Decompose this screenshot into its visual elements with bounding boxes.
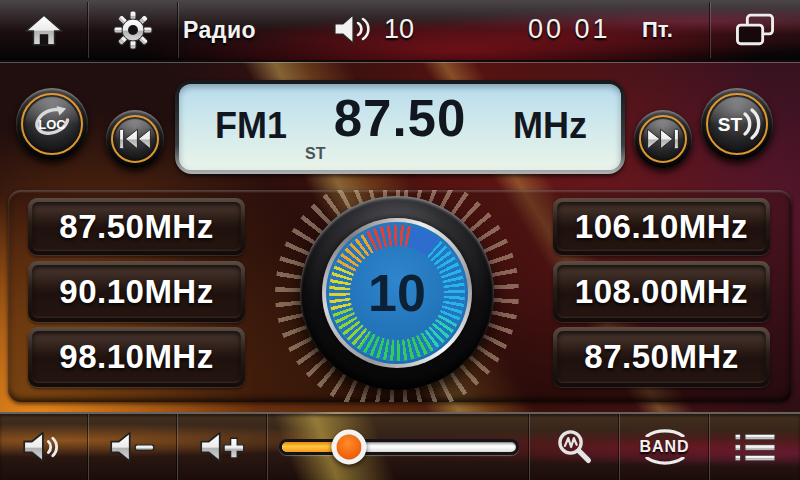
page-title: Радио (183, 17, 256, 44)
window-switch-button[interactable] (710, 0, 800, 60)
menu-button[interactable] (710, 414, 800, 480)
knob-face: 10 (326, 222, 468, 364)
preset-button-3[interactable]: 98.10MHz (28, 327, 245, 387)
top-bar: Радио 10 00 01 Пт. (0, 0, 800, 62)
bottom-bar: BAND (0, 412, 800, 480)
preset-label: 106.10MHz (557, 202, 766, 251)
knob-silver-ring: 10 (322, 218, 472, 368)
preset-label: 90.10MHz (32, 265, 241, 318)
loc-swirl-icon: LOC (26, 98, 78, 150)
radio-screen: Радио 10 00 01 Пт. (0, 0, 800, 480)
home-button[interactable] (0, 0, 88, 60)
preset-button-2[interactable]: 90.10MHz (28, 261, 245, 322)
lcd-face: FM1 87.50 MHz ST (179, 84, 621, 170)
volume-level: 10 (384, 14, 414, 45)
speaker-waves-icon (333, 12, 375, 46)
preset-label: 108.00MHz (557, 265, 766, 318)
volume-slider[interactable] (279, 439, 519, 455)
next-button[interactable] (634, 110, 692, 168)
skip-forward-icon (646, 126, 680, 152)
volume-indicator: 10 (333, 12, 414, 46)
stereo-button-label: ST (718, 114, 743, 135)
preset-label: 87.50MHz (32, 202, 241, 251)
scan-button[interactable] (530, 414, 620, 480)
previous-button[interactable] (106, 110, 164, 168)
stereo-waves-icon: ST (711, 104, 763, 144)
preset-button-4[interactable]: 106.10MHz (553, 198, 770, 255)
stereo-indicator: ST (305, 145, 325, 163)
band-button[interactable]: BAND (620, 414, 710, 480)
preset-label: 87.50MHz (557, 331, 766, 383)
skip-back-icon (118, 126, 152, 152)
divider (178, 2, 179, 58)
speaker-minus-icon (109, 430, 157, 464)
volume-knob[interactable]: 10 (300, 196, 494, 390)
preset-panel: 87.50MHz 90.10MHz 98.10MHz 106.10MHz 108… (8, 190, 792, 402)
loc-label: LOC (38, 117, 66, 132)
magnifier-wave-icon (556, 428, 594, 466)
stereo-button[interactable]: ST (701, 88, 773, 160)
frequency-display: FM1 87.50 MHz ST (175, 80, 625, 174)
speaker-icon (22, 430, 66, 464)
speaker-plus-icon (199, 430, 247, 464)
loc-button[interactable]: LOC (16, 88, 88, 160)
volume-slider-thumb[interactable] (331, 430, 366, 465)
clock: 00 01 (528, 14, 611, 45)
knob-value: 10 (350, 246, 444, 340)
volume-slider-cell (268, 414, 530, 480)
frequency-unit: MHz (513, 105, 587, 147)
mute-button[interactable] (0, 414, 89, 480)
preset-label: 98.10MHz (32, 331, 241, 383)
preset-button-5[interactable]: 108.00MHz (553, 261, 770, 322)
preset-button-1[interactable]: 87.50MHz (28, 198, 245, 255)
settings-button[interactable] (88, 0, 178, 60)
preset-button-6[interactable]: 87.50MHz (553, 327, 770, 387)
day-label: Пт. (642, 17, 673, 43)
band-label: BAND (639, 438, 689, 456)
overlapping-windows-icon (735, 13, 775, 47)
list-icon (735, 432, 775, 463)
band-waves-icon: BAND (639, 426, 689, 468)
gear-icon (113, 10, 153, 50)
home-icon (25, 13, 63, 47)
volume-up-button[interactable] (178, 414, 268, 480)
volume-down-button[interactable] (89, 414, 178, 480)
